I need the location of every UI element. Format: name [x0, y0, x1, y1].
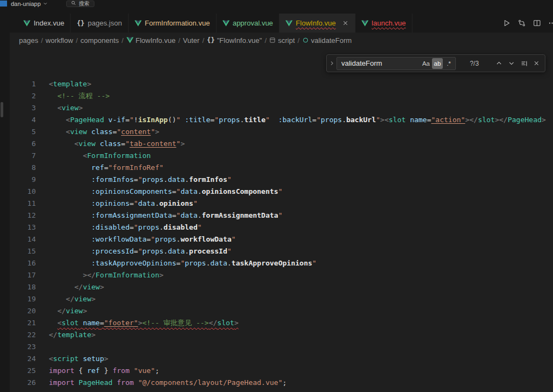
- code-line[interactable]: 19 </view>: [10, 293, 553, 305]
- code-line[interactable]: 10 :opinionsComponents="data.opinionsCom…: [10, 186, 553, 198]
- code-line[interactable]: 9 :formInfos="props.data.formInfos": [10, 174, 553, 186]
- find-next-button[interactable]: [505, 57, 518, 69]
- line-number[interactable]: 11: [10, 198, 36, 210]
- code-line[interactable]: 21 <slot name="footer"><!-- 审批意见 --></sl…: [10, 317, 553, 329]
- code-line[interactable]: 6 <view class="tab-content">: [10, 138, 553, 150]
- find-close-button[interactable]: [530, 57, 543, 69]
- code-line[interactable]: 7 <FormInformation: [10, 150, 553, 162]
- symbol-module-icon: [269, 37, 276, 43]
- code-line[interactable]: 12 :formAssignmentData="data.formAssignm…: [10, 210, 553, 222]
- code-line[interactable]: 5 <view class="content">: [10, 126, 553, 138]
- code-line[interactable]: 1<template>: [10, 78, 553, 90]
- code-line[interactable]: 24<script setup>: [10, 353, 553, 365]
- line-number[interactable]: 4: [10, 114, 36, 126]
- split-editor-icon[interactable]: [533, 19, 541, 27]
- code-line[interactable]: 3 <view>: [10, 102, 553, 114]
- breadcrumb-item-components[interactable]: components: [80, 36, 119, 45]
- breadcrumb-item-script[interactable]: script: [269, 36, 295, 45]
- line-number[interactable]: 7: [10, 150, 36, 162]
- code-line[interactable]: 14 :workflowData="props.workflowData": [10, 233, 553, 245]
- command-center-search[interactable]: 搜索: [66, 1, 94, 7]
- find-options: Aaab.*: [420, 58, 454, 69]
- editor-actions: [497, 14, 553, 33]
- run-icon[interactable]: [503, 19, 511, 27]
- line-content: </view>: [49, 305, 87, 317]
- app-logo-icon: [0, 1, 7, 7]
- code-line[interactable]: 11 :opinions="data.opinions": [10, 198, 553, 210]
- line-number[interactable]: 26: [10, 377, 36, 389]
- code-line[interactable]: 13 :disabled="props.disabled": [10, 222, 553, 233]
- code-line[interactable]: 4 <PageHead v-if="!isInApp()" :title="pr…: [10, 114, 553, 126]
- line-number[interactable]: 20: [10, 305, 36, 317]
- search-icon: [71, 1, 76, 7]
- find-input[interactable]: validateForm Aaab.*: [336, 57, 456, 70]
- line-number[interactable]: 22: [10, 329, 36, 341]
- tab-label: launch.vue: [372, 19, 406, 27]
- code-line[interactable]: 15 :processId="props.data.processId": [10, 245, 553, 257]
- line-number[interactable]: 18: [10, 281, 36, 293]
- tab-approval-vue[interactable]: approval.vue: [217, 14, 279, 33]
- tab-index-vue[interactable]: Index.vue: [17, 14, 71, 33]
- app-menu-dan-uniapp[interactable]: dan-uniapp: [11, 1, 48, 7]
- line-number[interactable]: 21: [10, 317, 36, 329]
- breadcrumb-item-vuter[interactable]: Vuter: [183, 36, 200, 45]
- line-number[interactable]: 1: [10, 78, 36, 90]
- tab-flowinfo-vue[interactable]: FlowInfo.vue: [279, 14, 355, 33]
- toggle-replace-icon[interactable]: [327, 60, 336, 66]
- line-number[interactable]: 23: [10, 341, 36, 353]
- breadcrumb-label: validateForm: [311, 36, 352, 45]
- line-number[interactable]: 13: [10, 222, 36, 233]
- code-line[interactable]: 18 </view>: [10, 281, 553, 293]
- code-line[interactable]: 8 ref="formInfoRef": [10, 162, 553, 174]
- tab-label: FormInformation.vue: [145, 19, 210, 27]
- tab-launch-vue[interactable]: launch.vue: [355, 14, 412, 33]
- line-number[interactable]: 14: [10, 233, 36, 245]
- code-area[interactable]: 1<template>2 <!-- 流程 -->3 <view>4 <PageH…: [10, 48, 553, 389]
- activity-bar-strip: [0, 7, 10, 392]
- line-number[interactable]: 6: [10, 138, 36, 150]
- vue-logo-icon: [223, 20, 230, 27]
- match-case-toggle[interactable]: Aa: [421, 58, 431, 69]
- line-number[interactable]: 17: [10, 269, 36, 281]
- line-number[interactable]: 2: [10, 90, 36, 102]
- find-query-text[interactable]: validateForm: [341, 59, 420, 67]
- whole-word-toggle[interactable]: ab: [432, 58, 443, 69]
- breadcrumb-item-flowinfo-vue[interactable]: FlowInfo.vue: [126, 36, 176, 45]
- tab-close-icon[interactable]: [342, 20, 349, 27]
- tab-forminformation-vue[interactable]: FormInformation.vue: [129, 14, 217, 33]
- line-number[interactable]: 15: [10, 245, 36, 257]
- line-number[interactable]: 5: [10, 126, 36, 138]
- line-number[interactable]: 8: [10, 162, 36, 174]
- vue-logo-icon: [23, 20, 30, 27]
- line-number[interactable]: 12: [10, 210, 36, 222]
- regex-toggle[interactable]: .*: [443, 58, 454, 69]
- code-line[interactable]: 26import PageHead from "@/components/lay…: [10, 377, 553, 389]
- code-line[interactable]: 20 </view>: [10, 305, 553, 317]
- code-line[interactable]: 22</template>: [10, 329, 553, 341]
- line-number[interactable]: 24: [10, 353, 36, 365]
- line-number[interactable]: 10: [10, 186, 36, 198]
- line-number[interactable]: 19: [10, 293, 36, 305]
- line-content: </view>: [49, 293, 96, 305]
- find-previous-button[interactable]: [493, 57, 505, 69]
- line-number[interactable]: 16: [10, 257, 36, 269]
- breadcrumb-item-flowinfo-vue[interactable]: {}"FlowInfo.vue": [207, 36, 262, 45]
- breadcrumb-item-pages[interactable]: pages: [19, 36, 38, 45]
- code-line[interactable]: 2 <!-- 流程 -->: [10, 90, 553, 102]
- code-line[interactable]: 23: [10, 341, 553, 353]
- git-compare-icon[interactable]: [518, 19, 526, 27]
- code-line[interactable]: 16 :taskApproveOpinions="props.data.task…: [10, 257, 553, 269]
- line-number[interactable]: 3: [10, 102, 36, 114]
- code-line[interactable]: 25import { ref } from "vue";: [10, 365, 553, 377]
- breadcrumb-label: "FlowInfo.vue": [217, 36, 262, 45]
- code-line[interactable]: 17 ></FormInformation>: [10, 269, 553, 281]
- line-number[interactable]: 9: [10, 174, 36, 186]
- editor-pane[interactable]: 1<template>2 <!-- 流程 -->3 <view>4 <PageH…: [10, 48, 553, 392]
- breadcrumb-item-workflow[interactable]: workflow: [46, 36, 73, 45]
- tab-pages-json[interactable]: {}pages.json: [71, 14, 128, 33]
- more-actions-icon[interactable]: [548, 19, 553, 27]
- breadcrumb-item-validateform[interactable]: validateForm: [302, 36, 352, 45]
- breadcrumb-separator: /: [178, 36, 180, 45]
- line-number[interactable]: 25: [10, 365, 36, 377]
- find-in-selection-button[interactable]: [518, 57, 530, 69]
